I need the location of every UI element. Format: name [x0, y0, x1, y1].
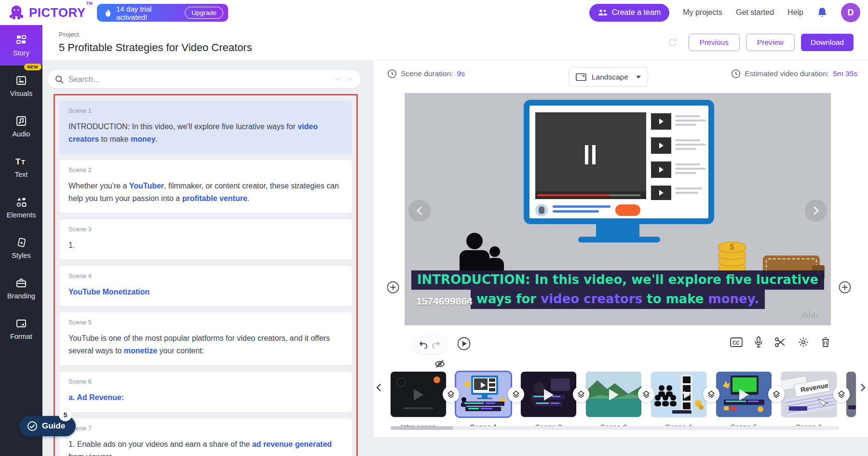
captions-button[interactable]: CC: [730, 337, 743, 348]
illustration-channel-avatar: [535, 204, 548, 216]
previous-scene-arrow[interactable]: [408, 200, 431, 222]
sidebar-label: Format: [10, 333, 32, 340]
timeline-thumbnail[interactable]: [391, 372, 446, 417]
scene-hidden-eye-off-icon[interactable]: [434, 359, 445, 371]
estimated-duration-value: 5m 35s: [833, 69, 857, 78]
undo-button[interactable]: [419, 341, 428, 349]
transition-layers-icon: [837, 389, 846, 399]
timeline-scrollbar-handle[interactable]: [391, 426, 453, 430]
landscape-icon: [576, 73, 586, 81]
zoom-in-left-button[interactable]: [386, 281, 400, 294]
orientation-dropdown[interactable]: Landscape: [569, 67, 648, 87]
scene-duration-value[interactable]: 9s: [457, 69, 465, 78]
create-team-button[interactable]: Create a team: [589, 4, 669, 22]
scene-card[interactable]: Scene 3 1.: [59, 219, 352, 260]
svg-text:T: T: [15, 157, 21, 166]
transition-button[interactable]: [833, 386, 850, 402]
timeline-strip: Intro scene Scene 1 Scene 2: [391, 372, 861, 434]
clock-icon: [387, 69, 397, 79]
timeline-thumbnail[interactable]: [521, 372, 576, 417]
sidebar-label: Story: [13, 49, 29, 57]
timeline-scroll-left-button[interactable]: [376, 383, 381, 394]
next-scene-arrow[interactable]: [805, 200, 827, 222]
transition-button[interactable]: [638, 386, 654, 402]
transition-button[interactable]: [573, 386, 589, 402]
transition-button[interactable]: [703, 386, 719, 402]
sidebar-item-elements[interactable]: Elements: [0, 187, 42, 228]
scene-card[interactable]: Scene 6 a. Ad Revenue:: [59, 372, 352, 412]
notifications-bell-icon[interactable]: [817, 7, 827, 18]
previous-button[interactable]: Previous: [689, 34, 740, 51]
scene-card[interactable]: Scene 2 Whether you're a YouTuber, filmm…: [59, 160, 352, 213]
redo-button[interactable]: [432, 341, 440, 349]
chevron-up-icon[interactable]: [346, 77, 353, 81]
play-scene-button[interactable]: [457, 336, 471, 351]
illustration-subscribe-button: [615, 204, 640, 216]
user-avatar[interactable]: D: [841, 3, 860, 22]
timeline-scrollbar-track[interactable]: [391, 426, 839, 430]
nav-get-started[interactable]: Get started: [736, 8, 774, 17]
sidebar-item-text[interactable]: T T Text: [0, 147, 42, 187]
preview-button[interactable]: Preview: [746, 34, 795, 51]
guide-check-icon: [27, 421, 38, 431]
timeline-thumbnail[interactable]: Revenue: [781, 372, 837, 417]
scene-text[interactable]: 1. Enable ads on your videos and earn a …: [68, 438, 343, 456]
new-badge: NEW: [24, 64, 42, 70]
timeline-item: Intro scene: [391, 372, 446, 431]
transition-button[interactable]: [508, 386, 524, 402]
brand-wordmark: PICTORY: [29, 5, 86, 20]
sidebar-item-format[interactable]: Format: [0, 308, 42, 349]
chevron-down-icon[interactable]: [335, 77, 341, 81]
sidebar-item-branding[interactable]: Branding: [0, 268, 42, 308]
waveform-icon: [801, 311, 817, 318]
scene-text[interactable]: YouTube Monetization: [68, 286, 343, 298]
scene-text[interactable]: YouTube is one of the most popular platf…: [68, 332, 343, 357]
audio-note-icon: [15, 115, 27, 127]
download-button[interactable]: Download: [801, 34, 854, 51]
format-frame-icon: [15, 318, 27, 329]
transition-layers-icon: [641, 389, 651, 399]
transition-layers-icon: [511, 389, 521, 399]
transition-layers-icon: [772, 389, 781, 399]
scene-text[interactable]: INTRODUCTION: In this video, we'll explo…: [68, 121, 343, 146]
scene-text[interactable]: 1.: [68, 239, 343, 252]
cut-scissors-button[interactable]: [774, 336, 786, 348]
timeline-thumbnail[interactable]: [651, 372, 706, 417]
scene-card[interactable]: Scene 5 YouTube is one of the most popul…: [59, 312, 352, 365]
upgrade-button[interactable]: Upgrade: [185, 7, 223, 19]
sidebar-item-styles[interactable]: Styles: [0, 228, 42, 268]
scene-card[interactable]: Scene 1 INTRODUCTION: In this video, we'…: [59, 101, 352, 154]
timeline-scroll-right-button[interactable]: [860, 383, 866, 394]
video-canvas[interactable]: $ INTRODUCTION: In this video, we'll exp…: [405, 93, 831, 325]
sidebar-item-visuals[interactable]: NEW Visuals: [0, 66, 42, 106]
scene-timeline: Intro scene Scene 1 Scene 2: [374, 364, 868, 436]
delete-trash-button[interactable]: [821, 336, 830, 348]
nav-my-projects[interactable]: My projects: [683, 8, 722, 17]
clock-icon: [731, 69, 741, 79]
sidebar-item-story[interactable]: Story: [0, 25, 42, 66]
nav-help[interactable]: Help: [787, 8, 803, 17]
scene-card[interactable]: Scene 7 1. Enable ads on your videos and…: [59, 418, 352, 456]
timeline-item: Scene 3: [586, 372, 641, 431]
trial-banner: 14 day trial activated! Upgrade: [97, 4, 228, 22]
voiceover-mic-button[interactable]: [754, 336, 763, 348]
transition-button[interactable]: [443, 386, 459, 402]
timeline-thumbnail[interactable]: [716, 372, 772, 417]
timeline-thumbnail[interactable]: [456, 372, 511, 417]
zoom-in-right-button[interactable]: [838, 281, 852, 294]
preview-toolbar: CC: [374, 335, 868, 356]
timeline-thumbnail[interactable]: [586, 372, 641, 417]
pictory-brand[interactable]: PICTORYTM: [8, 4, 92, 21]
search-input[interactable]: [68, 75, 335, 84]
scene-text[interactable]: Whether you're a YouTuber, filmmaker, or…: [68, 180, 343, 205]
trial-text: 14 day trial activated!: [116, 5, 180, 21]
timeline-item: Scene 1: [456, 372, 511, 431]
scene-script-panel: Scene 1 INTRODUCTION: In this video, we'…: [54, 94, 358, 456]
transition-button[interactable]: [768, 386, 785, 402]
sidebar-item-audio[interactable]: Audio: [0, 106, 42, 147]
scene-card[interactable]: Scene 4 YouTube Monetization: [59, 266, 352, 307]
settings-gear-button[interactable]: [798, 336, 809, 348]
scene-text[interactable]: a. Ad Revenue:: [68, 391, 343, 404]
brand-trademark: TM: [86, 1, 93, 6]
scene-label: Scene 6: [68, 378, 343, 385]
